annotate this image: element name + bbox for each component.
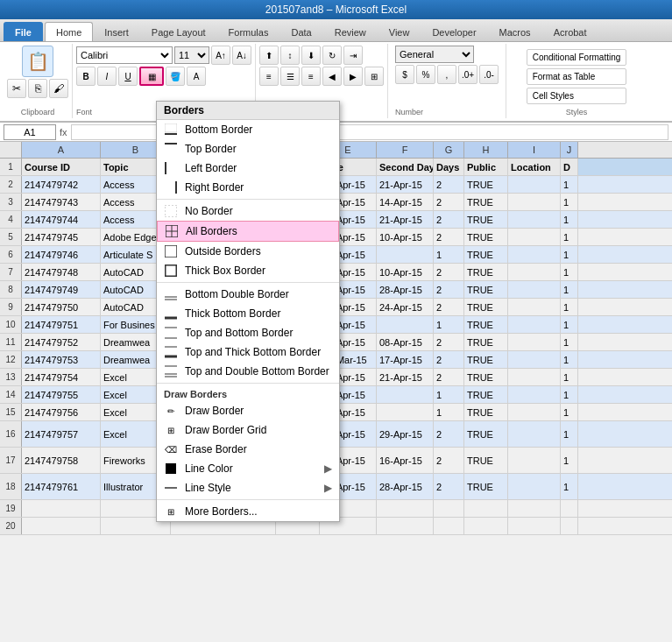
cell-f19[interactable] [377, 500, 434, 517]
cell-f9[interactable]: 24-Apr-15 [377, 299, 434, 315]
row-number-10[interactable]: 10 [0, 316, 22, 333]
fill-color-button[interactable]: 🪣 [166, 67, 185, 86]
font-color-button[interactable]: A [187, 67, 206, 86]
line-style-item[interactable]: Line Style ▶ [157, 478, 339, 497]
cell-f3[interactable]: 14-Apr-15 [377, 194, 434, 210]
cell-i9[interactable] [508, 299, 561, 315]
cell-j9[interactable]: 1 [561, 299, 578, 315]
cell-j4[interactable]: 1 [561, 211, 578, 228]
increase-font-button[interactable]: A↑ [211, 46, 230, 65]
wrap-text-button[interactable]: ⇥ [343, 46, 363, 65]
cell-f5[interactable]: 10-Apr-15 [377, 229, 434, 245]
tab-home[interactable]: Home [45, 22, 93, 41]
function-icon[interactable]: fx [60, 127, 67, 138]
cell-g12[interactable]: 2 [434, 351, 464, 368]
cell-g18[interactable]: 2 [434, 474, 464, 499]
cell-j14[interactable]: 1 [561, 386, 578, 403]
cell-f10[interactable] [377, 316, 434, 333]
cell-f4[interactable]: 21-Apr-15 [377, 211, 434, 228]
cell-h5[interactable]: TRUE [464, 229, 508, 245]
font-family-select[interactable]: Calibri [76, 46, 173, 64]
cell-i20[interactable] [508, 518, 561, 534]
row-number-18[interactable]: 18 [0, 474, 22, 499]
row-number-20[interactable]: 20 [0, 518, 22, 534]
cell-i1[interactable]: Location [508, 159, 561, 175]
cell-j3[interactable]: 1 [561, 194, 578, 210]
cell-a9[interactable]: 2147479750 [22, 299, 101, 315]
cell-f20[interactable] [377, 518, 434, 534]
cell-i14[interactable] [508, 386, 561, 403]
col-header-j[interactable]: J [561, 142, 578, 158]
draw-border-grid-item[interactable]: ⊞ Draw Border Grid [157, 420, 339, 440]
row-number-14[interactable]: 14 [0, 386, 22, 403]
top-bottom-border-item[interactable]: Top and Bottom Border [157, 323, 339, 342]
decrease-indent-button[interactable]: ◀ [322, 67, 342, 86]
cell-a6[interactable]: 2147479746 [22, 246, 101, 263]
font-size-select[interactable]: 11 [174, 46, 209, 64]
cell-i8[interactable] [508, 281, 561, 298]
decrease-font-button[interactable]: A↓ [232, 46, 251, 65]
row-number-17[interactable]: 17 [0, 448, 22, 473]
row-number-7[interactable]: 7 [0, 264, 22, 280]
cell-h8[interactable]: TRUE [464, 281, 508, 298]
bottom-double-border-item[interactable]: Bottom Double Border [157, 285, 339, 304]
border-button[interactable]: ▦ [139, 67, 164, 86]
cell-a7[interactable]: 2147479748 [22, 264, 101, 280]
cell-j10[interactable]: 1 [561, 316, 578, 333]
right-border-item[interactable]: Right Border [157, 178, 339, 197]
row-number-2[interactable]: 2 [0, 176, 22, 193]
cell-j16[interactable]: 1 [561, 421, 578, 447]
cell-h1[interactable]: Public [464, 159, 508, 175]
row-number-16[interactable]: 16 [0, 421, 22, 447]
cell-a3[interactable]: 2147479743 [22, 194, 101, 210]
align-middle-button[interactable]: ↕ [280, 46, 300, 65]
cell-h4[interactable]: TRUE [464, 211, 508, 228]
merge-center-button[interactable]: ⊞ [364, 67, 384, 86]
cell-a14[interactable]: 2147479755 [22, 386, 101, 403]
cell-g19[interactable] [434, 500, 464, 517]
percent-button[interactable]: % [416, 65, 435, 84]
tab-insert[interactable]: Insert [93, 22, 140, 41]
cell-j1[interactable]: D [561, 159, 578, 175]
cell-j11[interactable]: 1 [561, 334, 578, 350]
left-border-item[interactable]: Left Border [157, 159, 339, 178]
cell-h16[interactable]: TRUE [464, 421, 508, 447]
thick-bottom-border-item[interactable]: Thick Bottom Border [157, 304, 339, 323]
cell-a19[interactable] [22, 500, 101, 517]
cell-a1[interactable]: Course ID [22, 159, 101, 175]
cell-g16[interactable]: 2 [434, 421, 464, 447]
cell-a11[interactable]: 2147479752 [22, 334, 101, 350]
tab-data[interactable]: Data [279, 22, 322, 41]
cell-i18[interactable] [508, 474, 561, 499]
cell-h11[interactable]: TRUE [464, 334, 508, 350]
row-number-9[interactable]: 9 [0, 299, 22, 315]
cell-reference-input[interactable]: A1 [4, 124, 56, 140]
cell-a18[interactable]: 2147479761 [22, 474, 101, 499]
tab-macros[interactable]: Macros [488, 22, 542, 41]
cell-f6[interactable] [377, 246, 434, 263]
cell-f7[interactable]: 10-Apr-15 [377, 264, 434, 280]
cell-a8[interactable]: 2147479749 [22, 281, 101, 298]
paste-button[interactable]: 📋 [22, 46, 53, 77]
align-right-button[interactable]: ≡ [301, 67, 321, 86]
cell-f15[interactable] [377, 404, 434, 420]
cell-i4[interactable] [508, 211, 561, 228]
cell-f1[interactable]: Second Day [377, 159, 434, 175]
cell-g15[interactable]: 1 [434, 404, 464, 420]
row-number-3[interactable]: 3 [0, 194, 22, 210]
align-top-button[interactable]: ⬆ [259, 46, 279, 65]
cell-g5[interactable]: 2 [434, 229, 464, 245]
cell-h15[interactable]: TRUE [464, 404, 508, 420]
no-border-item[interactable]: No Border [157, 201, 339, 221]
top-border-item[interactable]: Top Border [157, 139, 339, 159]
cell-i19[interactable] [508, 500, 561, 517]
italic-button[interactable]: I [97, 67, 117, 86]
bold-button[interactable]: B [76, 67, 95, 86]
tab-review[interactable]: Review [323, 22, 378, 41]
cell-a13[interactable]: 2147479754 [22, 369, 101, 385]
cell-h6[interactable]: TRUE [464, 246, 508, 263]
cell-a2[interactable]: 2147479742 [22, 176, 101, 193]
cell-i13[interactable] [508, 369, 561, 385]
draw-border-item[interactable]: ✏ Draw Border [157, 401, 339, 420]
erase-border-item[interactable]: ⌫ Erase Border [157, 440, 339, 459]
